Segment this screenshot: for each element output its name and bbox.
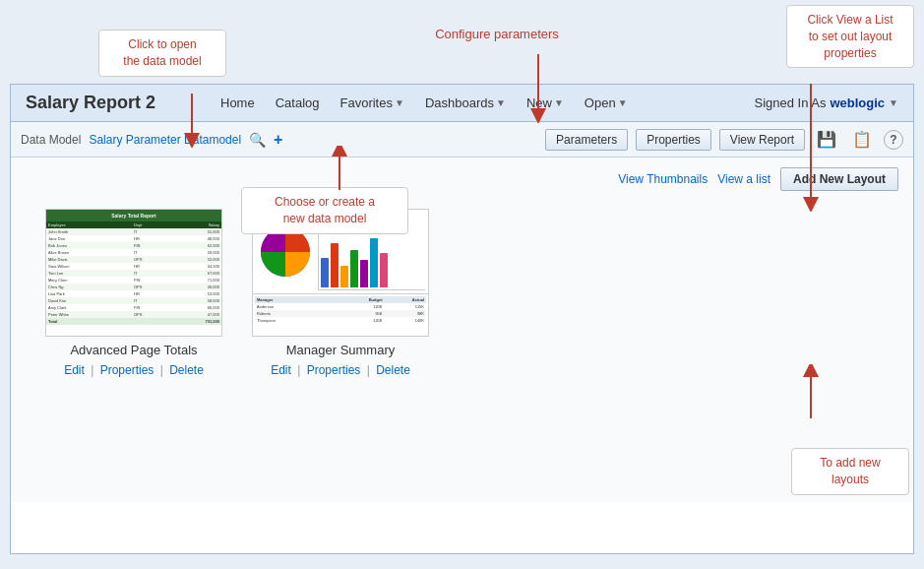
thumbnail-advanced-page-totals[interactable]: Salary Total Report Employee Dept Salary…	[45, 209, 222, 337]
app-container: Salary Report 2 Home Catalog Favorites ▼…	[10, 84, 914, 554]
layout-actions-1: Edit | Properties | Delete	[271, 363, 410, 377]
layout-item-advanced-page-totals: Salary Total Report Employee Dept Salary…	[45, 209, 222, 377]
view-thumbnails-link[interactable]: View Thumbnails	[618, 172, 708, 186]
data-model-label: Data Model	[21, 133, 81, 147]
nav-dashboards[interactable]: Dashboards ▼	[417, 94, 514, 112]
add-new-layout-button[interactable]: Add New Layout	[780, 167, 898, 191]
dashboards-dropdown-arrow: ▼	[496, 97, 506, 108]
layout-name-1: Manager Summary	[286, 343, 396, 357]
annotation-viewlist: Click View a List to set out layout prop…	[786, 5, 914, 68]
layout-name-0: Advanced Page Totals	[70, 343, 197, 357]
arrow-params	[528, 54, 558, 123]
delete-link-1[interactable]: Delete	[376, 363, 410, 377]
nav-open[interactable]: Open ▼	[577, 94, 636, 112]
arrow-choosecreate	[330, 146, 359, 195]
view-controls: View Thumbnails View a list Add New Layo…	[26, 167, 898, 191]
properties-link-1[interactable]: Properties	[307, 363, 361, 377]
layout-item-manager-summary: Salary Report	[252, 209, 429, 377]
properties-button[interactable]: Properties	[636, 129, 711, 151]
delete-link-0[interactable]: Delete	[169, 363, 204, 377]
content-area: View Thumbnails View a list Add New Layo…	[11, 158, 913, 502]
annotation-addlayout: To add new layouts	[791, 448, 909, 495]
title-bar: Salary Report 2 Home Catalog Favorites ▼…	[11, 85, 913, 122]
nav-favorites[interactable]: Favorites ▼	[333, 94, 412, 112]
arrow-viewlist	[801, 84, 831, 212]
user-dropdown-arrow[interactable]: ▼	[889, 97, 898, 108]
add-icon[interactable]: +	[274, 131, 282, 149]
data-model-link[interactable]: Salary Parameter Datamodel	[89, 133, 241, 147]
app-title: Salary Report 2	[26, 93, 183, 113]
nav-home[interactable]: Home	[213, 94, 263, 112]
annotation-datamodel: Click to open the data model	[98, 30, 226, 77]
signed-in-user[interactable]: weblogic	[830, 95, 885, 110]
nav-catalog[interactable]: Catalog	[268, 94, 328, 112]
edit-link-0[interactable]: Edit	[64, 363, 85, 377]
toolbar: Data Model Salary Parameter Datamodel 🔍 …	[11, 122, 913, 158]
view-list-link[interactable]: View a list	[717, 172, 770, 186]
thumbnails-grid: Salary Total Report Employee Dept Salary…	[26, 199, 898, 387]
properties-link-0[interactable]: Properties	[100, 363, 154, 377]
favorites-dropdown-arrow: ▼	[395, 97, 404, 108]
arrow-datamodel	[182, 94, 212, 148]
open-dropdown-arrow: ▼	[618, 97, 628, 108]
arrow-addlayout	[801, 364, 831, 423]
parameters-button[interactable]: Parameters	[545, 129, 628, 151]
edit-link-1[interactable]: Edit	[271, 363, 291, 377]
search-icon[interactable]: 🔍	[249, 132, 266, 148]
help-icon[interactable]: ?	[884, 130, 903, 150]
view-report-button[interactable]: View Report	[719, 129, 805, 151]
save-as-icon[interactable]: 📋	[848, 128, 876, 151]
annotation-choosecreate: Choose or create a new data model	[241, 187, 408, 234]
layout-actions-0: Edit | Properties | Delete	[64, 363, 204, 377]
annotation-configure-params: Configure parameters	[423, 20, 571, 49]
